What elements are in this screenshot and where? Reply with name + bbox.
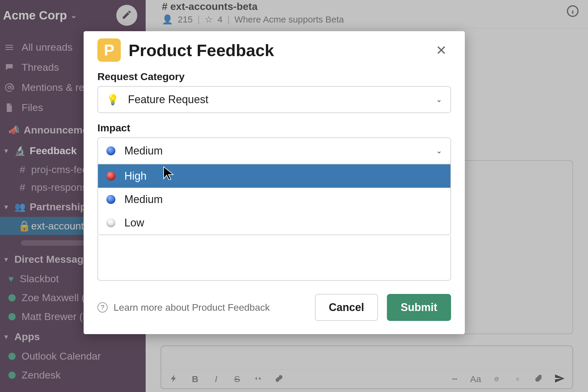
submit-button[interactable]: Submit xyxy=(387,294,451,321)
submit-label: Submit xyxy=(401,301,437,313)
impact-option-high[interactable]: High xyxy=(98,164,450,188)
impact-option-low[interactable]: Low xyxy=(98,211,450,235)
learn-more-link[interactable]: ? Learn more about Product Feedback xyxy=(97,302,270,313)
close-button[interactable]: ✕ xyxy=(432,40,451,60)
learn-more-label: Learn more about Product Feedback xyxy=(114,302,270,313)
red-dot-icon xyxy=(106,172,115,181)
option-label: Medium xyxy=(124,193,163,206)
chevron-down-icon: ⌄ xyxy=(436,95,442,104)
cancel-button[interactable]: Cancel xyxy=(315,294,378,321)
feedback-textarea[interactable] xyxy=(97,235,451,281)
option-label: High xyxy=(124,170,147,182)
option-label: Low xyxy=(124,217,144,229)
request-category-value: Feature Request xyxy=(128,93,208,106)
chevron-down-icon: ⌄ xyxy=(436,147,442,155)
cancel-label: Cancel xyxy=(329,301,364,313)
impact-value: Medium xyxy=(124,145,163,157)
modal-title: Product Feedback xyxy=(129,40,274,60)
blue-dot-icon xyxy=(106,146,115,155)
close-icon: ✕ xyxy=(436,43,447,58)
product-feedback-modal: P Product Feedback ✕ Request Category 💡 … xyxy=(84,31,465,334)
impact-option-medium[interactable]: Medium xyxy=(98,188,450,211)
help-icon: ? xyxy=(97,302,108,313)
request-category-select[interactable]: 💡 Feature Request ⌄ xyxy=(97,86,451,113)
lightbulb-icon: 💡 xyxy=(106,94,119,106)
request-category-label: Request Category xyxy=(97,71,451,82)
white-dot-icon xyxy=(106,218,115,227)
app-badge: P xyxy=(97,38,121,62)
impact-select[interactable]: Medium ⌄ xyxy=(97,137,451,164)
app-badge-letter: P xyxy=(104,41,114,59)
impact-label: Impact xyxy=(97,122,451,134)
blue-dot-icon xyxy=(106,195,115,204)
impact-dropdown: High Medium Low xyxy=(97,164,451,235)
